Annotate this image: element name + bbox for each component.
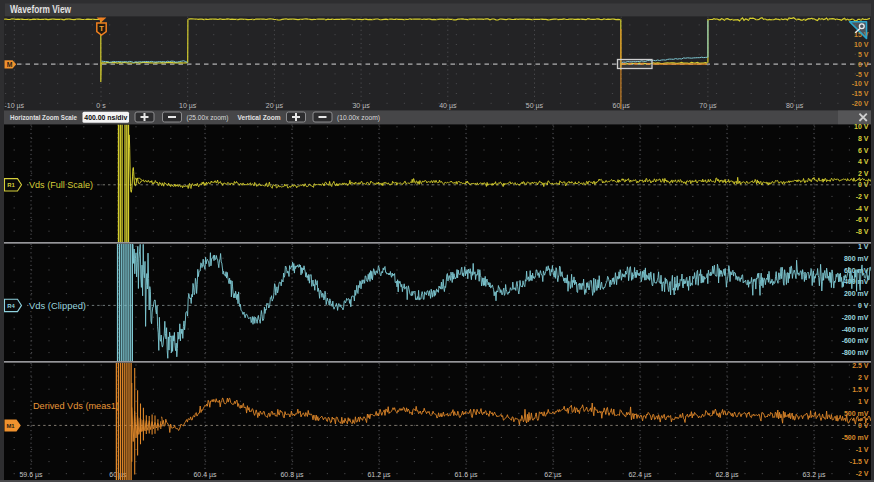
- svg-text:62.8 µs: 62.8 µs: [715, 471, 739, 479]
- svg-text:61.2 µs: 61.2 µs: [367, 471, 391, 479]
- svg-text:(10.00x zoom): (10.00x zoom): [337, 113, 380, 122]
- svg-text:Vertical Zoom: Vertical Zoom: [238, 113, 281, 122]
- svg-text:-10 µs: -10 µs: [4, 102, 24, 110]
- svg-text:-5 V: -5 V: [856, 71, 869, 78]
- svg-text:10 µs: 10 µs: [179, 102, 197, 110]
- svg-text:R4: R4: [7, 303, 15, 309]
- svg-text:62 µs: 62 µs: [544, 471, 562, 479]
- svg-text:10 V: 10 V: [854, 123, 869, 130]
- svg-text:10 V: 10 V: [854, 41, 869, 48]
- svg-text:1.5 V: 1.5 V: [852, 386, 869, 393]
- svg-text:8 V: 8 V: [858, 135, 869, 142]
- svg-text:20 µs: 20 µs: [266, 102, 284, 110]
- svg-text:62.4 µs: 62.4 µs: [628, 471, 652, 479]
- svg-text:(25.00x zoom): (25.00x zoom): [187, 113, 229, 122]
- svg-text:800 mV: 800 mV: [844, 255, 869, 262]
- svg-text:-800 mV: -800 mV: [842, 349, 869, 356]
- svg-text:60.4 µs: 60.4 µs: [193, 471, 217, 479]
- svg-text:70 µs: 70 µs: [699, 102, 717, 110]
- svg-text:Derived Vds (meas1): Derived Vds (meas1): [33, 401, 119, 411]
- svg-text:63.2 µs: 63.2 µs: [802, 471, 826, 479]
- svg-text:80 µs: 80 µs: [786, 102, 804, 110]
- svg-text:Vds (Full Scale): Vds (Full Scale): [29, 180, 93, 190]
- svg-text:4 V: 4 V: [858, 158, 869, 165]
- svg-text:-400 mV: -400 mV: [842, 326, 869, 333]
- svg-text:M: M: [7, 61, 13, 68]
- svg-text:-2 V: -2 V: [856, 193, 869, 200]
- svg-text:2 V: 2 V: [858, 170, 869, 177]
- svg-text:59.6 µs: 59.6 µs: [19, 471, 43, 479]
- svg-text:400.00 ns/div: 400.00 ns/div: [84, 113, 128, 122]
- svg-text:6 V: 6 V: [858, 147, 869, 154]
- svg-text:0 V: 0 V: [858, 61, 869, 68]
- svg-text:-500 mV: -500 mV: [842, 434, 869, 441]
- svg-text:-6 V: -6 V: [856, 216, 869, 223]
- svg-text:M1: M1: [6, 423, 15, 429]
- svg-text:-20 V: -20 V: [852, 100, 869, 107]
- svg-text:-200 mV: -200 mV: [842, 314, 869, 321]
- svg-text:Waveform View: Waveform View: [10, 4, 71, 15]
- svg-text:-8 V: -8 V: [856, 228, 869, 235]
- svg-text:1 V: 1 V: [858, 398, 869, 405]
- svg-text:R1: R1: [7, 182, 15, 188]
- svg-text:60.8 µs: 60.8 µs: [280, 471, 304, 479]
- svg-text:-4 V: -4 V: [856, 205, 869, 212]
- svg-text:2.5 V: 2.5 V: [852, 362, 869, 369]
- svg-text:-2 V: -2 V: [856, 470, 869, 477]
- svg-text:30 µs: 30 µs: [352, 102, 370, 110]
- svg-text:50 µs: 50 µs: [526, 102, 544, 110]
- svg-text:0 s: 0 s: [96, 102, 106, 109]
- svg-text:40 µs: 40 µs: [439, 102, 457, 110]
- svg-text:-1 V: -1 V: [856, 446, 869, 453]
- svg-text:-1.5 V: -1.5 V: [850, 458, 869, 465]
- svg-text:-15 V: -15 V: [852, 90, 869, 97]
- svg-text:T: T: [99, 24, 104, 33]
- svg-text:-600 mV: -600 mV: [842, 337, 869, 344]
- svg-text:2 V: 2 V: [858, 374, 869, 381]
- svg-text:Horizontal Zoom Scale: Horizontal Zoom Scale: [10, 113, 77, 122]
- svg-text:61.6 µs: 61.6 µs: [454, 471, 478, 479]
- svg-text:Vds (Clipped): Vds (Clipped): [29, 301, 86, 311]
- svg-text:-10 V: -10 V: [852, 80, 869, 87]
- svg-text:5 V: 5 V: [858, 51, 869, 58]
- svg-text:1 V: 1 V: [858, 243, 869, 250]
